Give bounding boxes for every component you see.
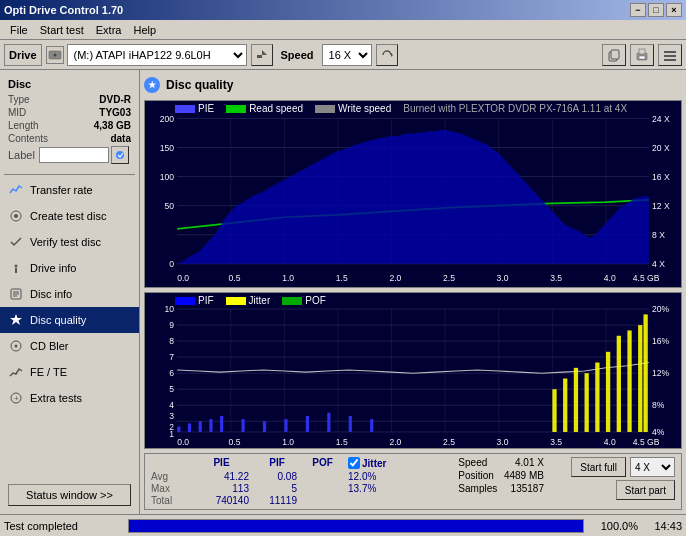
start-part-btn[interactable]: Start part <box>616 480 675 500</box>
read-speed-label: Read speed <box>249 103 303 114</box>
pif-label: PIF <box>198 295 214 306</box>
svg-text:3.5: 3.5 <box>550 273 562 283</box>
svg-text:8: 8 <box>169 336 174 346</box>
svg-text:150: 150 <box>160 143 174 153</box>
sidebar-item-cd-bler[interactable]: CD Bler <box>0 333 139 359</box>
svg-text:3.5: 3.5 <box>550 437 562 447</box>
max-pie: 113 <box>194 483 249 494</box>
top-chart-legend: PIE Read speed Write speed Burned with P… <box>175 103 627 114</box>
svg-text:1.0: 1.0 <box>282 437 294 447</box>
content-title: Disc quality <box>166 78 233 92</box>
stats-max-row: Max 113 5 13.7% <box>151 483 431 494</box>
sidebar-item-create-test-disc[interactable]: Create test disc <box>0 203 139 229</box>
fe-te-label: FE / TE <box>30 366 67 378</box>
svg-text:8%: 8% <box>652 400 665 410</box>
charts-container: PIE Read speed Write speed Burned with P… <box>144 100 682 510</box>
svg-rect-98 <box>627 330 631 432</box>
disc-info-icon <box>8 286 24 302</box>
start-full-btn[interactable]: Start full <box>571 457 626 477</box>
svg-text:3.0: 3.0 <box>497 273 509 283</box>
bottom-chart-legend: PIF Jitter POF <box>175 295 326 306</box>
close-button[interactable]: × <box>666 3 682 17</box>
sidebar-item-transfer-rate[interactable]: Transfer rate <box>0 177 139 203</box>
speed-select[interactable]: 16 X4 X8 X12 XMax <box>322 44 372 66</box>
stats-table: PIE PIF POF Jitter Avg 41.22 0.08 12.0 <box>151 457 431 506</box>
avg-jitter: 12.0% <box>348 471 376 482</box>
svg-text:10: 10 <box>164 304 174 314</box>
minimize-button[interactable]: − <box>630 3 646 17</box>
svg-rect-82 <box>209 419 212 432</box>
svg-rect-97 <box>617 336 621 432</box>
jitter-color <box>226 297 246 305</box>
svg-text:2.5: 2.5 <box>443 437 455 447</box>
total-pif: 11119 <box>257 495 297 506</box>
write-speed-legend: Write speed <box>315 103 391 114</box>
max-jitter: 13.7% <box>348 483 376 494</box>
svg-text:+: + <box>14 394 19 403</box>
sidebar-divider-1 <box>4 174 135 175</box>
status-percent: 100.0% <box>588 520 638 532</box>
disc-quality-header-icon: ★ <box>144 77 160 93</box>
bottom-chart-svg: 10 9 8 7 6 5 4 3 2 1 20% 16% 12% 8% 4% <box>145 293 681 448</box>
menu-start-test[interactable]: Start test <box>34 22 90 38</box>
main-container: Disc Type DVD-R MID TYG03 Length 4,38 GB… <box>0 70 686 514</box>
menu-help[interactable]: Help <box>127 22 162 38</box>
settings-btn[interactable] <box>658 44 682 66</box>
stats-buttons: Start full 4 X Start part <box>571 457 675 506</box>
svg-text:24 X: 24 X <box>652 114 670 124</box>
disc-label-btn[interactable] <box>111 146 129 164</box>
quality-speed-select[interactable]: 4 X <box>630 457 675 477</box>
menu-extra[interactable]: Extra <box>90 22 128 38</box>
disc-label-label: Label <box>8 149 35 161</box>
sidebar-item-disc-info[interactable]: Disc info <box>0 281 139 307</box>
refresh-btn[interactable] <box>376 44 398 66</box>
sidebar-item-disc-quality[interactable]: Disc quality <box>0 307 139 333</box>
sidebar-item-extra-tests[interactable]: + Extra tests <box>0 385 139 411</box>
length-value: 4,38 GB <box>94 120 131 131</box>
pie-color <box>175 105 195 113</box>
disc-type-row: Type DVD-R <box>8 94 131 105</box>
jitter-checkbox[interactable] <box>348 457 360 469</box>
svg-rect-85 <box>263 421 266 432</box>
print-btn[interactable] <box>630 44 654 66</box>
status-window-btn[interactable]: Status window >> <box>8 484 131 506</box>
svg-rect-100 <box>643 314 647 432</box>
disc-quality-label: Disc quality <box>30 314 86 326</box>
bottom-chart: PIF Jitter POF <box>144 292 682 449</box>
drive-select[interactable]: (M:) ATAPI iHAP122 9.6L0H <box>67 44 247 66</box>
svg-rect-88 <box>327 413 330 432</box>
svg-rect-80 <box>188 423 191 432</box>
create-test-disc-icon <box>8 208 24 224</box>
pof-label: POF <box>305 295 326 306</box>
svg-rect-11 <box>664 55 676 57</box>
sidebar-item-verify-test-disc[interactable]: Verify test disc <box>0 229 139 255</box>
position-label: Position <box>458 470 494 481</box>
maximize-button[interactable]: □ <box>648 3 664 17</box>
copy-btn[interactable] <box>602 44 626 66</box>
verify-test-disc-icon <box>8 234 24 250</box>
svg-text:20%: 20% <box>652 304 670 314</box>
svg-text:9: 9 <box>169 320 174 330</box>
drive-refresh-btn[interactable] <box>251 44 273 66</box>
svg-marker-4 <box>391 53 393 57</box>
menu-file[interactable]: File <box>4 22 34 38</box>
sidebar-item-drive-info[interactable]: Drive info <box>0 255 139 281</box>
svg-point-1 <box>53 53 56 56</box>
total-pof <box>305 495 340 506</box>
svg-marker-22 <box>10 314 22 325</box>
burned-with-text: Burned with PLEXTOR DVDR PX-716A 1.11 at… <box>403 103 627 114</box>
disc-contents-row: Contents data <box>8 133 131 144</box>
svg-text:4.0: 4.0 <box>604 273 616 283</box>
disc-label-input[interactable] <box>39 147 109 163</box>
svg-rect-79 <box>177 427 180 432</box>
svg-text:2.0: 2.0 <box>389 273 401 283</box>
verify-test-disc-label: Verify test disc <box>30 236 101 248</box>
disc-info-section: Disc Type DVD-R MID TYG03 Length 4,38 GB… <box>0 74 139 168</box>
status-time: 14:43 <box>642 520 682 532</box>
window-controls: − □ × <box>630 3 682 17</box>
svg-rect-9 <box>639 56 645 59</box>
svg-text:1.5: 1.5 <box>336 437 348 447</box>
type-label: Type <box>8 94 30 105</box>
sidebar-item-fe-te[interactable]: FE / TE <box>0 359 139 385</box>
svg-rect-96 <box>606 352 610 432</box>
